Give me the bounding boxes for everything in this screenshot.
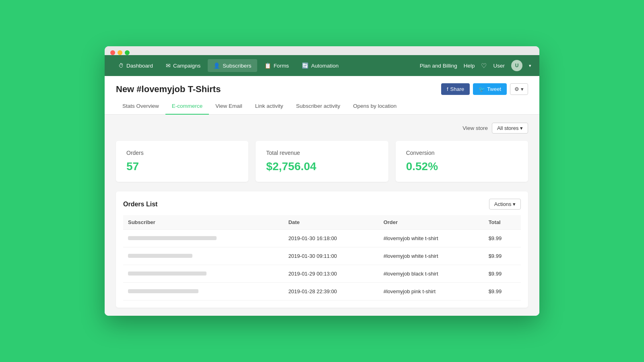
col-date: Date bbox=[283, 215, 378, 230]
facebook-icon: f bbox=[447, 86, 448, 92]
date-cell: 2019-01-29 00:13:00 bbox=[283, 265, 378, 283]
user-dropdown-arrow[interactable]: ▾ bbox=[529, 63, 531, 68]
nav-label-forms: Forms bbox=[274, 63, 289, 69]
orders-label: Orders bbox=[126, 150, 238, 156]
browser-window: ⏱ Dashboard ✉ Campaigns 👤 Subscribers 📋 … bbox=[105, 46, 539, 316]
tab-link-activity[interactable]: Link activity bbox=[249, 98, 290, 115]
tab-opens-by-location[interactable]: Opens by location bbox=[347, 98, 403, 115]
heart-icon[interactable]: ♡ bbox=[481, 62, 487, 70]
user-label: User bbox=[493, 63, 505, 69]
total-cell: $9.99 bbox=[484, 283, 521, 300]
date-cell: 2019-01-30 09:11:00 bbox=[283, 247, 378, 265]
orders-header: Orders List Actions ▾ bbox=[123, 199, 521, 210]
table-row: 2019-01-28 22:39:00#lovemyjob pink t-shi… bbox=[123, 283, 521, 300]
revenue-label: Total revenue bbox=[266, 150, 378, 156]
actions-button[interactable]: Actions ▾ bbox=[489, 199, 521, 210]
nav-label-automation: Automation bbox=[311, 63, 339, 69]
conversion-label: Conversion bbox=[406, 150, 518, 156]
nav-item-automation[interactable]: 🔄 Automation bbox=[296, 59, 344, 72]
total-cell: $9.99 bbox=[484, 265, 521, 283]
subscriber-cell bbox=[123, 247, 283, 265]
tab-view-email[interactable]: View Email bbox=[209, 98, 249, 115]
order-cell: #lovemyjob pink t-shirt bbox=[379, 283, 484, 300]
subscribers-icon: 👤 bbox=[213, 62, 220, 69]
tab-e-commerce[interactable]: E-commerce bbox=[165, 98, 209, 115]
twitter-icon: 🐦 bbox=[479, 86, 485, 92]
header-actions: f Share 🐦 Tweet ⚙ ▾ bbox=[441, 83, 528, 95]
view-store-label: View store bbox=[462, 125, 488, 131]
user-avatar[interactable]: U bbox=[511, 60, 522, 71]
subscriber-cell bbox=[123, 265, 283, 283]
help-link[interactable]: Help bbox=[464, 63, 475, 69]
settings-dropdown-arrow: ▾ bbox=[521, 86, 524, 92]
main-content: New #lovemyjob T-Shirts f Share 🐦 Tweet … bbox=[105, 76, 539, 316]
nav-item-campaigns[interactable]: ✉ Campaigns bbox=[160, 59, 206, 72]
all-stores-button[interactable]: All stores ▾ bbox=[492, 123, 528, 134]
automation-icon: 🔄 bbox=[302, 62, 309, 69]
nav-label-campaigns: Campaigns bbox=[173, 63, 200, 69]
col-subscriber: Subscriber bbox=[123, 215, 283, 230]
settings-button[interactable]: ⚙ ▾ bbox=[510, 83, 528, 95]
traffic-light-yellow[interactable] bbox=[118, 50, 122, 55]
tabs: Stats Overview E-commerce View Email Lin… bbox=[105, 98, 539, 115]
table-row: 2019-01-30 09:11:00#lovemyjob white t-sh… bbox=[123, 247, 521, 265]
orders-section: Orders List Actions ▾ Subscriber Date Or… bbox=[116, 191, 528, 308]
orders-table: Subscriber Date Order Total 2019-01-30 1… bbox=[123, 215, 521, 300]
traffic-light-green[interactable] bbox=[125, 50, 130, 55]
date-cell: 2019-01-28 22:39:00 bbox=[283, 283, 378, 300]
order-cell: #lovemyjob white t-shirt bbox=[379, 247, 484, 265]
content-area: View store All stores ▾ Orders 57 Total … bbox=[105, 115, 539, 316]
tab-stats-overview[interactable]: Stats Overview bbox=[116, 98, 165, 115]
nav-label-subscribers: Subscribers bbox=[223, 63, 251, 69]
tweet-button[interactable]: 🐦 Tweet bbox=[473, 83, 507, 95]
subscriber-cell bbox=[123, 283, 283, 300]
forms-icon: 📋 bbox=[264, 62, 271, 69]
total-cell: $9.99 bbox=[484, 247, 521, 265]
page-title: New #lovemyjob T-Shirts bbox=[116, 84, 221, 95]
revenue-value: $2,756.04 bbox=[266, 160, 378, 173]
stat-card-conversion: Conversion 0.52% bbox=[396, 141, 528, 182]
order-cell: #lovemyjob white t-shirt bbox=[379, 230, 484, 247]
date-cell: 2019-01-30 16:18:00 bbox=[283, 230, 378, 247]
page-header: New #lovemyjob T-Shirts f Share 🐦 Tweet … bbox=[105, 76, 539, 95]
orders-value: 57 bbox=[126, 160, 238, 173]
table-head: Subscriber Date Order Total bbox=[123, 215, 521, 230]
conversion-value: 0.52% bbox=[406, 160, 518, 173]
nav-item-dashboard[interactable]: ⏱ Dashboard bbox=[113, 60, 159, 72]
nav-right: Plan and Billing Help ♡ User U ▾ bbox=[420, 60, 531, 71]
table-header-row: Subscriber Date Order Total bbox=[123, 215, 521, 230]
stats-row: Orders 57 Total revenue $2,756.04 Conver… bbox=[116, 141, 528, 182]
campaigns-icon: ✉ bbox=[166, 62, 171, 69]
browser-chrome bbox=[105, 46, 539, 55]
table-row: 2019-01-30 16:18:00#lovemyjob white t-sh… bbox=[123, 230, 521, 247]
order-cell: #lovemyjob black t-shirt bbox=[379, 265, 484, 283]
nav-bar: ⏱ Dashboard ✉ Campaigns 👤 Subscribers 📋 … bbox=[105, 55, 539, 76]
nav-item-forms[interactable]: 📋 Forms bbox=[259, 59, 295, 72]
subscriber-cell bbox=[123, 230, 283, 247]
plan-billing-link[interactable]: Plan and Billing bbox=[420, 63, 457, 69]
gear-icon: ⚙ bbox=[514, 86, 519, 92]
tab-subscriber-activity[interactable]: Subscriber activity bbox=[290, 98, 347, 115]
view-store-row: View store All stores ▾ bbox=[116, 123, 528, 134]
share-button[interactable]: f Share bbox=[441, 83, 470, 95]
total-cell: $9.99 bbox=[484, 230, 521, 247]
table-body: 2019-01-30 16:18:00#lovemyjob white t-sh… bbox=[123, 230, 521, 300]
col-order: Order bbox=[379, 215, 484, 230]
col-total: Total bbox=[484, 215, 521, 230]
dashboard-icon: ⏱ bbox=[118, 63, 124, 69]
traffic-light-red[interactable] bbox=[110, 50, 115, 55]
stat-card-orders: Orders 57 bbox=[116, 141, 248, 182]
nav-item-subscribers[interactable]: 👤 Subscribers bbox=[208, 59, 257, 72]
nav-left: ⏱ Dashboard ✉ Campaigns 👤 Subscribers 📋 … bbox=[113, 59, 420, 72]
orders-list-title: Orders List bbox=[123, 201, 157, 208]
table-row: 2019-01-29 00:13:00#lovemyjob black t-sh… bbox=[123, 265, 521, 283]
nav-label-dashboard: Dashboard bbox=[126, 63, 153, 69]
stat-card-revenue: Total revenue $2,756.04 bbox=[256, 141, 388, 182]
